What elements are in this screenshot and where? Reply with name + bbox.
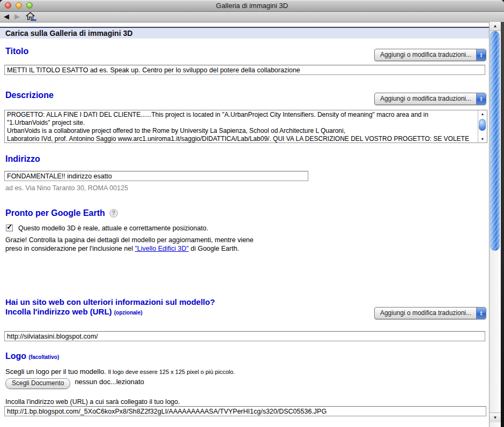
indirizzo-heading: Indirizzo: [5, 154, 40, 163]
checkmark-icon: ✓: [6, 222, 13, 231]
google-earth-checkbox-label: Questo modello 3D è reale, attuale e cor…: [18, 224, 208, 232]
google-earth-heading-label: Pronto per Google Earth: [5, 208, 105, 218]
logo-optional-note: (facoltativo): [29, 354, 60, 360]
website-optional-note: (opzionale): [114, 310, 143, 316]
close-button[interactable]: [5, 2, 11, 9]
back-button[interactable]: ◀: [4, 13, 9, 20]
descrizione-heading: Descrizione: [5, 91, 54, 100]
desktop-background-strip: [501, 22, 504, 427]
google-earth-checkbox[interactable]: ✓: [6, 224, 13, 231]
window-scrollbar-thumb[interactable]: [490, 31, 500, 251]
textarea-scroll-down-icon[interactable]: ▼: [479, 136, 486, 142]
file-status-text: nessun doc...lezionato: [75, 378, 144, 386]
textarea-scroll-up-icon[interactable]: ▲: [479, 111, 486, 117]
google-earth-heading: Pronto per Google Earth?: [5, 208, 118, 218]
forward-button[interactable]: ▶: [14, 13, 20, 20]
page-header-bar: Carica sulla Galleria di immagini 3D: [0, 27, 489, 39]
logo-heading: Logo (facoltativo): [5, 351, 59, 362]
choose-file-button[interactable]: Scegli Documento: [5, 378, 70, 389]
minimize-button[interactable]: [16, 2, 22, 9]
logo-intro-line: Scegli un logo per il tuo modello. Il lo…: [5, 368, 235, 376]
page-title: Carica sulla Galleria di immagini 3D: [0, 28, 489, 39]
descrizione-textarea[interactable]: PROGETTO: ALLA FINE I DATI DEL CLIENTE..…: [4, 110, 487, 143]
translations-dropdown-label: Aggiungi o modifica traduzioni...: [375, 308, 476, 319]
translations-dropdown-1[interactable]: Aggiungi o modifica traduzioni... ▲▼: [374, 49, 486, 61]
titolo-input[interactable]: [4, 65, 485, 75]
popup-stepper-icon: ▲▼: [476, 49, 486, 61]
textarea-scrollbar-thumb[interactable]: [479, 119, 486, 131]
browser-toolbar: [0, 12, 504, 23]
translations-dropdown-label: Aggiungi o modifica traduzioni...: [375, 93, 476, 104]
google-earth-note: Grazie! Controlla la pagina dei dettagli…: [5, 236, 256, 253]
note-text-after: di Google Earth.: [189, 245, 239, 252]
logo-size-hint: Il logo deve essere 125 x 125 pixel o pi…: [108, 369, 235, 375]
translations-dropdown-label: Aggiungi o modifica traduzioni...: [375, 49, 476, 61]
browser-window: Galleria di immagini 3D ◀ ▶ ▲ ▼ Carica s…: [0, 0, 504, 427]
website-heading-line2: Incolla l'indirizzo web (URL): [5, 307, 112, 316]
popup-stepper-icon: ▲▼: [476, 93, 486, 104]
scroll-down-arrow-icon[interactable]: ▼: [490, 413, 501, 422]
zoom-button[interactable]: [26, 2, 33, 9]
help-icon[interactable]: ?: [109, 209, 118, 218]
website-heading: Hai un sito web con ulteriori informazio…: [5, 297, 215, 318]
home-active-indicator: [31, 19, 36, 21]
website-heading-line1: Hai un sito web con ulteriori informazio…: [5, 297, 215, 306]
website-url-input[interactable]: [4, 331, 485, 341]
indirizzo-hint: ad es. Via Nino Taranto 30, ROMA 00125: [5, 184, 128, 192]
logo-file-row: Scegli Documentonessun doc...lezionato: [5, 378, 144, 389]
logo-url-label: Incolla l'indirizzo web (URL) a cui sarà…: [5, 398, 180, 406]
popup-stepper-icon: ▲▼: [476, 308, 486, 319]
indirizzo-input[interactable]: [4, 171, 308, 181]
logo-intro: Scegli un logo per il tuo modello.: [5, 368, 106, 376]
translations-dropdown-3[interactable]: Aggiungi o modifica traduzioni... ▲▼: [374, 307, 486, 319]
livello-edifici-3d-link[interactable]: "Livello Edifici 3D": [135, 245, 189, 252]
window-titlebar[interactable]: Galleria di immagini 3D: [0, 0, 504, 12]
logo-url-input[interactable]: [4, 406, 486, 416]
titolo-heading: Titolo: [5, 47, 28, 56]
window-title: Galleria di immagini 3D: [0, 0, 504, 11]
translations-dropdown-2[interactable]: Aggiungi o modifica traduzioni... ▲▼: [374, 93, 486, 105]
logo-heading-label: Logo: [5, 351, 26, 361]
scroll-up-arrow-icon[interactable]: ▲: [490, 22, 501, 31]
home-button[interactable]: [26, 12, 35, 23]
